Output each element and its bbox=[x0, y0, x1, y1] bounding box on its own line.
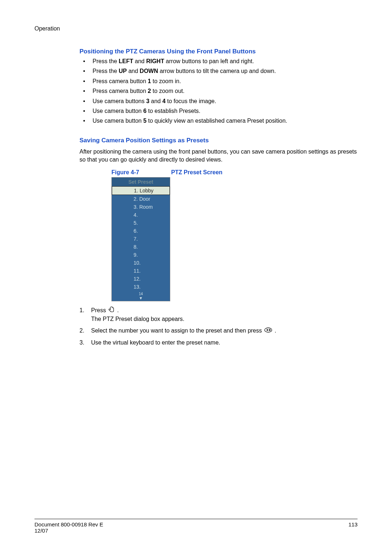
bullet-item: Press camera button 2 to zoom out. bbox=[83, 87, 358, 95]
step-2: 2. Select the number you want to assign … bbox=[79, 327, 358, 335]
preset-item[interactable]: 7. bbox=[112, 235, 170, 243]
section-label: Operation bbox=[34, 25, 358, 32]
preset-item[interactable]: 9. bbox=[112, 251, 170, 259]
chevron-down-icon: ▼ bbox=[112, 296, 170, 300]
figure-caption: Figure 4-7 PTZ Preset Screen bbox=[111, 169, 358, 176]
bullet-item: Use camera buttons 3 and 4 to focus the … bbox=[83, 97, 358, 105]
preset-item[interactable]: 13. bbox=[112, 283, 170, 291]
heading-saving: Saving Camera Position Settings as Prese… bbox=[79, 137, 358, 144]
preset-box: Set Preset 1.Lobby2.Door3.Room4.5.6.7.8.… bbox=[111, 177, 170, 301]
preset-item[interactable]: 11. bbox=[112, 267, 170, 275]
bullet-list: Press the LEFT and RIGHT arrow buttons t… bbox=[83, 57, 358, 125]
para-text: After positioning the camera using the f… bbox=[79, 148, 357, 163]
play-pause-eye-icon bbox=[264, 327, 272, 335]
step-3: 3. Use the virtual keyboard to enter the… bbox=[79, 339, 358, 347]
footer-date: 12/07 bbox=[34, 527, 103, 534]
bullet-item: Press the LEFT and RIGHT arrow buttons t… bbox=[83, 57, 358, 65]
svg-rect-1 bbox=[269, 329, 270, 331]
heading-positioning: Positioning the PTZ Cameras Using the Fr… bbox=[79, 48, 358, 55]
ptz-hand-icon bbox=[108, 306, 115, 315]
preset-cutoff-num: 14 bbox=[139, 292, 143, 296]
preset-item[interactable]: 12. bbox=[112, 275, 170, 283]
figure-title: PTZ Preset Screen bbox=[171, 169, 222, 175]
page-number: 113 bbox=[348, 521, 358, 534]
preset-item[interactable]: 6. bbox=[112, 227, 170, 235]
step-number: 2. bbox=[79, 327, 91, 335]
svg-rect-2 bbox=[270, 329, 270, 331]
bullet-item: Press the UP and DOWN arrow buttons to t… bbox=[83, 67, 358, 75]
preset-item[interactable]: 10. bbox=[112, 259, 170, 267]
preset-item[interactable]: 3.Room bbox=[112, 203, 170, 211]
bullet-item: Use camera button 6 to establish Presets… bbox=[83, 107, 358, 115]
preset-item[interactable]: 4. bbox=[112, 211, 170, 219]
step2-pre: Select the number you want to assign to … bbox=[91, 327, 264, 334]
step3-text: Use the virtual keyboard to enter the pr… bbox=[91, 339, 358, 347]
preset-item[interactable]: 2.Door bbox=[112, 195, 170, 203]
step-number: 1. bbox=[79, 306, 91, 323]
figure-number: Figure 4-7 bbox=[111, 169, 170, 176]
page-footer: Document 800-00918 Rev E 12/07 113 bbox=[34, 519, 358, 534]
step1-line2: The PTZ Preset dialog box appears. bbox=[91, 316, 184, 322]
step2-post: . bbox=[274, 327, 276, 334]
preset-title: Set Preset bbox=[112, 178, 170, 186]
body-paragraph: After positioning the camera using the f… bbox=[34, 148, 358, 164]
preset-item[interactable]: 1.Lobby bbox=[112, 186, 170, 195]
bullet-item: Press camera button 1 to zoom in. bbox=[83, 77, 358, 85]
step1-pre: Press bbox=[91, 307, 107, 313]
preset-item[interactable]: 8. bbox=[112, 243, 170, 251]
step1-post: . bbox=[117, 307, 119, 313]
step-number: 3. bbox=[79, 339, 91, 347]
preset-item[interactable]: 5. bbox=[112, 219, 170, 227]
footer-doc: Document 800-00918 Rev E bbox=[34, 521, 103, 527]
preset-cutoff: 14 ▼ bbox=[112, 291, 170, 301]
bullet-item: Use camera button 5 to quickly view an e… bbox=[83, 117, 358, 125]
step-1: 1. Press . The PTZ Preset dialog box app… bbox=[79, 306, 358, 323]
